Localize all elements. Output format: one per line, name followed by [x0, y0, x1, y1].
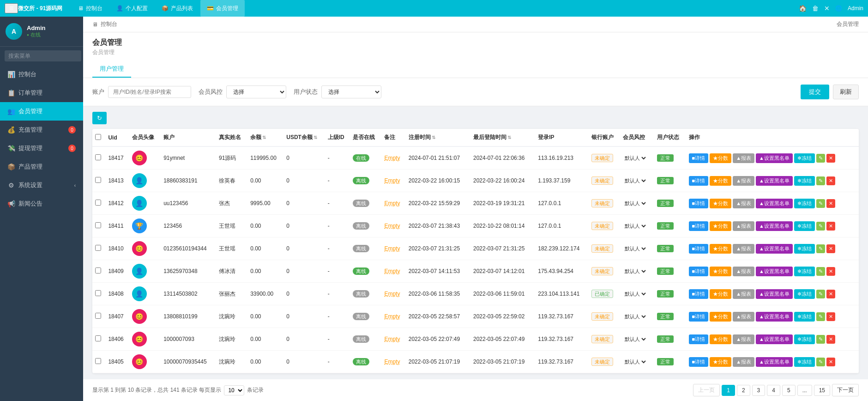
- freeze-button[interactable]: ❄冻结: [794, 176, 815, 186]
- freeze-button[interactable]: ❄冻结: [794, 357, 815, 367]
- blacklist-button[interactable]: ▲设置黑名单: [756, 312, 793, 322]
- report-button[interactable]: ▲报表: [733, 289, 754, 299]
- score-button[interactable]: ★分数: [710, 153, 731, 163]
- detail-button[interactable]: ■详情: [689, 312, 709, 322]
- blacklist-button[interactable]: ▲设置黑名单: [756, 267, 793, 276]
- search-input[interactable]: [5, 50, 81, 61]
- score-button[interactable]: ★分数: [710, 221, 731, 231]
- delete-button[interactable]: ✕: [826, 335, 835, 344]
- report-button[interactable]: ▲报表: [733, 221, 754, 231]
- report-button[interactable]: ▲报表: [733, 312, 754, 322]
- remark-empty[interactable]: Empty: [384, 313, 400, 320]
- submit-button[interactable]: 提交: [801, 85, 829, 99]
- remark-empty[interactable]: Empty: [384, 155, 400, 161]
- edit-button[interactable]: ✎: [816, 290, 825, 298]
- edit-button[interactable]: ✎: [816, 222, 825, 231]
- row-checkbox[interactable]: [95, 335, 101, 341]
- edit-button[interactable]: ✎: [816, 312, 825, 321]
- delete-button[interactable]: ✕: [826, 154, 835, 163]
- remark-empty[interactable]: Empty: [384, 336, 400, 342]
- detail-button[interactable]: ■详情: [689, 267, 709, 276]
- row-checkbox[interactable]: [95, 245, 101, 251]
- member-control-cell[interactable]: 默认人选项2: [620, 328, 654, 351]
- row-checkbox[interactable]: [95, 222, 101, 228]
- remark-cell[interactable]: Empty: [381, 283, 405, 305]
- remark-cell[interactable]: Empty: [381, 215, 405, 237]
- remark-empty[interactable]: Empty: [384, 268, 400, 274]
- top-nav-item-会员管理[interactable]: 💳会员管理: [200, 0, 245, 17]
- freeze-button[interactable]: ❄冻结: [794, 267, 815, 276]
- delete-button[interactable]: ✕: [826, 312, 835, 321]
- hamburger-button[interactable]: ≡: [5, 3, 18, 13]
- trash-icon[interactable]: 🗑: [812, 5, 819, 12]
- detail-button[interactable]: ■详情: [689, 244, 709, 254]
- delete-button[interactable]: ✕: [826, 244, 835, 253]
- score-button[interactable]: ★分数: [710, 357, 731, 367]
- member-control-cell[interactable]: 默认人选项2: [620, 215, 654, 237]
- edit-button[interactable]: ✎: [816, 358, 825, 366]
- detail-button[interactable]: ■详情: [689, 153, 709, 163]
- report-button[interactable]: ▲报表: [733, 176, 754, 186]
- remark-cell[interactable]: Empty: [381, 260, 405, 283]
- member-control-dropdown[interactable]: 默认人选项2: [623, 245, 647, 252]
- remark-empty[interactable]: Empty: [384, 177, 400, 184]
- member-control-dropdown[interactable]: 默认人选项2: [623, 223, 647, 229]
- tab-用户管理[interactable]: 用户管理: [92, 61, 131, 78]
- report-button[interactable]: ▲报表: [733, 244, 754, 254]
- remark-empty[interactable]: Empty: [384, 223, 400, 229]
- next-page-button[interactable]: 下一页: [832, 384, 859, 396]
- remark-cell[interactable]: Empty: [381, 237, 405, 260]
- col-USDT余额[interactable]: USDT余额⇅: [283, 129, 325, 146]
- edit-button[interactable]: ✎: [816, 267, 825, 276]
- edit-button[interactable]: ✎: [816, 199, 825, 208]
- remark-cell[interactable]: Empty: [381, 351, 405, 373]
- top-nav-item-产品列表[interactable]: 📦产品列表: [155, 0, 199, 17]
- detail-button[interactable]: ■详情: [689, 199, 709, 208]
- page-button-2[interactable]: 2: [737, 385, 750, 396]
- member-control-dropdown[interactable]: 默认人选项2: [623, 268, 647, 274]
- remark-empty[interactable]: Empty: [384, 245, 400, 252]
- delete-button[interactable]: ✕: [826, 176, 835, 185]
- member-control-dropdown[interactable]: 默认人选项2: [623, 313, 647, 320]
- close-icon[interactable]: ✕: [824, 5, 830, 12]
- member-control-dropdown[interactable]: 默认人选项2: [623, 336, 647, 342]
- row-checkbox[interactable]: [95, 290, 101, 296]
- blacklist-button[interactable]: ▲设置黑名单: [756, 244, 793, 254]
- remark-empty[interactable]: Empty: [384, 200, 400, 207]
- col-余额[interactable]: 余额⇅: [247, 129, 283, 146]
- row-checkbox[interactable]: [95, 267, 101, 273]
- col-注册时间[interactable]: 注册时间⇅: [406, 129, 470, 146]
- blacklist-button[interactable]: ▲设置黑名单: [756, 289, 793, 299]
- freeze-button[interactable]: ❄冻结: [794, 334, 815, 344]
- delete-button[interactable]: ✕: [826, 290, 835, 298]
- member-control-dropdown[interactable]: 默认人选项2: [623, 291, 647, 297]
- blacklist-button[interactable]: ▲设置黑名单: [756, 221, 793, 231]
- score-button[interactable]: ★分数: [710, 312, 731, 322]
- detail-button[interactable]: ■详情: [689, 357, 709, 367]
- row-checkbox[interactable]: [95, 313, 101, 319]
- report-button[interactable]: ▲报表: [733, 334, 754, 344]
- member-control-cell[interactable]: 默认人选项2: [620, 283, 654, 305]
- score-button[interactable]: ★分数: [710, 267, 731, 276]
- edit-button[interactable]: ✎: [816, 335, 825, 344]
- user-status-select[interactable]: 选择正常冻结: [321, 85, 381, 98]
- row-checkbox[interactable]: [95, 358, 101, 364]
- page-button-3[interactable]: 3: [752, 385, 766, 396]
- row-checkbox[interactable]: [95, 177, 101, 183]
- freeze-button[interactable]: ❄冻结: [794, 153, 815, 163]
- report-button[interactable]: ▲报表: [733, 153, 754, 163]
- remark-cell[interactable]: Empty: [381, 146, 405, 170]
- page-size-select[interactable]: 10 20 50: [224, 385, 244, 395]
- page-button-4[interactable]: 4: [767, 385, 780, 396]
- member-control-dropdown[interactable]: 默认人选项2: [623, 200, 647, 207]
- table-refresh-button[interactable]: ↻: [92, 112, 107, 124]
- sidebar-nav-item-系统设置[interactable]: ⚙ 系统设置‹: [0, 176, 83, 194]
- member-control-cell[interactable]: 默认人选项2: [620, 146, 654, 170]
- delete-button[interactable]: ✕: [826, 222, 835, 231]
- remark-cell[interactable]: Empty: [381, 328, 405, 351]
- freeze-button[interactable]: ❄冻结: [794, 289, 815, 299]
- prev-page-button[interactable]: 上一页: [693, 384, 720, 396]
- member-control-cell[interactable]: 默认人选项2: [620, 260, 654, 283]
- remark-empty[interactable]: Empty: [384, 358, 400, 365]
- remark-cell[interactable]: Empty: [381, 305, 405, 328]
